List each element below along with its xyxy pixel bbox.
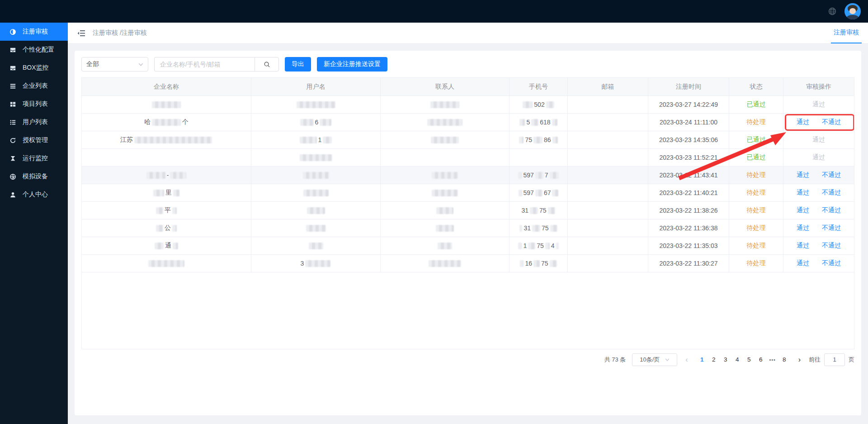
censored-block [172, 225, 177, 232]
cell-email [568, 167, 648, 184]
censored-block [518, 172, 522, 179]
cell-email [568, 184, 648, 201]
page-size-select[interactable]: 10条/页 [632, 353, 677, 366]
total-count: 共 73 条 [604, 356, 626, 364]
censored-block [520, 260, 524, 267]
approve-link[interactable]: 通过 [797, 171, 809, 179]
cell-username [251, 184, 381, 201]
sidebar-item-label: 注册审核 [23, 28, 48, 36]
table-row: -59772023-03-22 11:43:41待处理通过不通过 [82, 167, 854, 184]
sidebar-item-label: 项目列表 [23, 100, 48, 108]
page-number-4[interactable]: 4 [731, 353, 743, 366]
reject-link[interactable]: 不通过 [822, 206, 841, 214]
reject-link[interactable]: 不通过 [822, 224, 841, 232]
prev-page-button[interactable]: ‹ [684, 356, 689, 364]
cell-contact [381, 149, 509, 166]
cell-username [251, 149, 381, 166]
sidebar-item-2[interactable]: BOX监控 [0, 59, 68, 77]
user-avatar[interactable] [844, 3, 861, 19]
cell-register-time: 2023-03-22 11:40:21 [648, 184, 729, 201]
censored-block [518, 243, 522, 249]
status-badge: 待处理 [747, 189, 766, 197]
reject-link[interactable]: 不通过 [822, 171, 841, 179]
sidebar-item-0[interactable]: 注册审核 [0, 23, 68, 41]
sidebar-item-4[interactable]: 项目列表 [0, 95, 68, 113]
cell-audit-actions: 通过不通过 [783, 184, 854, 201]
status-badge: 待处理 [747, 242, 766, 250]
censored-block [307, 207, 325, 214]
censored-block [152, 101, 181, 108]
visible-fragment: 平 [165, 206, 171, 214]
page-number-6[interactable]: 6 [755, 353, 767, 366]
visible-fragment: 31 [521, 207, 528, 214]
cell-status: 已通过 [729, 149, 783, 166]
censored-block [532, 225, 540, 232]
cell-email [568, 237, 648, 254]
approve-link[interactable]: 通过 [797, 259, 809, 267]
approve-link[interactable]: 通过 [797, 189, 809, 197]
visible-fragment: - [167, 172, 169, 179]
cell-email [568, 219, 648, 237]
page-number-3[interactable]: 3 [720, 353, 731, 366]
visible-fragment: 67 [544, 189, 551, 196]
approve-link[interactable]: 通过 [797, 118, 809, 126]
reject-link[interactable]: 不通过 [822, 242, 841, 250]
status-filter-value: 全部 [86, 60, 99, 68]
sidebar-item-6[interactable]: 授权管理 [0, 131, 68, 149]
censored-block [552, 137, 558, 143]
status-badge: 已通过 [747, 136, 766, 144]
sidebar-item-label: 运行监控 [23, 154, 48, 162]
list-dot-icon [9, 119, 16, 126]
collapse-sidebar-icon[interactable] [77, 30, 85, 37]
tab-register-audit[interactable]: 注册审核 [831, 23, 862, 43]
cell-status: 已通过 [729, 96, 783, 113]
sidebar-item-8[interactable]: 模拟设备 [0, 167, 68, 186]
reject-link[interactable]: 不通过 [822, 259, 841, 267]
cell-status: 已通过 [729, 131, 783, 148]
sidebar-item-9[interactable]: 个人中心 [0, 186, 68, 204]
approve-link[interactable]: 通过 [797, 206, 809, 214]
goto-page-input[interactable] [824, 353, 845, 366]
page-number-8[interactable]: 8 [778, 353, 790, 366]
pagination: 共 73 条 10条/页 ‹ 123456•••8 › 前往 页 [75, 349, 861, 370]
more-pages-icon[interactable]: ••• [767, 353, 778, 366]
cell-contact [381, 96, 509, 113]
status-badge: 待处理 [747, 206, 766, 214]
reject-link[interactable]: 不通过 [822, 189, 841, 197]
visible-fragment: 哈 [144, 118, 151, 126]
table-row: 公31752023-03-22 11:36:38待处理通过不通过 [82, 219, 854, 237]
sidebar-item-3[interactable]: 企业列表 [0, 77, 68, 95]
avatar-face [849, 8, 856, 14]
search-button[interactable] [255, 57, 279, 71]
page-number-2[interactable]: 2 [708, 353, 720, 366]
table-row: 316752023-03-22 11:30:27待处理通过不通过 [82, 255, 854, 272]
cell-register-time: 2023-03-22 11:38:26 [648, 202, 729, 219]
page-number-1[interactable]: 1 [696, 353, 708, 366]
censored-block [556, 243, 559, 249]
approve-link[interactable]: 通过 [797, 224, 809, 232]
cell-register-time: 2023-03-23 11:52:21 [648, 149, 729, 166]
export-button[interactable]: 导出 [285, 57, 311, 71]
censored-block [303, 190, 329, 196]
globe-icon[interactable] [828, 7, 836, 15]
censored-block [519, 119, 525, 126]
list-icon [9, 83, 16, 90]
push-settings-button[interactable]: 新企业注册推送设置 [317, 57, 387, 71]
page-number-5[interactable]: 5 [743, 353, 755, 366]
visible-fragment: 31 [524, 224, 531, 232]
next-page-button[interactable]: › [797, 356, 802, 364]
reject-link[interactable]: 不通过 [822, 118, 841, 126]
visible-fragment: 502 [534, 101, 544, 108]
censored-block [530, 207, 538, 214]
visible-fragment: 4 [551, 242, 555, 249]
sidebar-item-7[interactable]: 运行监控 [0, 149, 68, 167]
cell-audit-actions: 通过 [783, 149, 854, 166]
status-filter-select[interactable]: 全部 [81, 57, 148, 71]
search-input[interactable] [154, 57, 255, 71]
cell-username [251, 219, 381, 237]
sidebar-item-1[interactable]: 个性化配置 [0, 41, 68, 59]
censored-block [531, 119, 538, 126]
cell-audit-actions: 通过不通过 [783, 167, 854, 184]
sidebar-item-5[interactable]: 用户列表 [0, 113, 68, 131]
approve-link[interactable]: 通过 [797, 242, 809, 250]
